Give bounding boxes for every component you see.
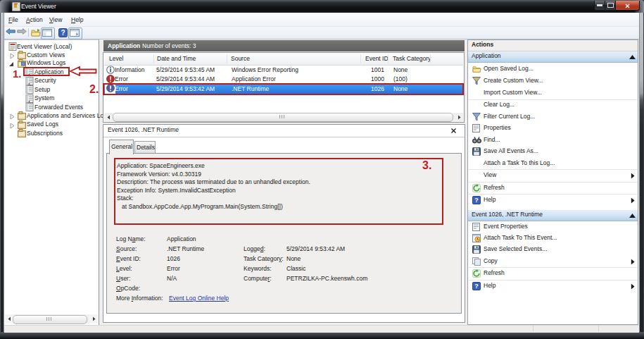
svg-text:?: ?	[474, 283, 479, 290]
svg-text:?: ?	[474, 197, 479, 204]
svg-text:?: ?	[61, 29, 65, 37]
